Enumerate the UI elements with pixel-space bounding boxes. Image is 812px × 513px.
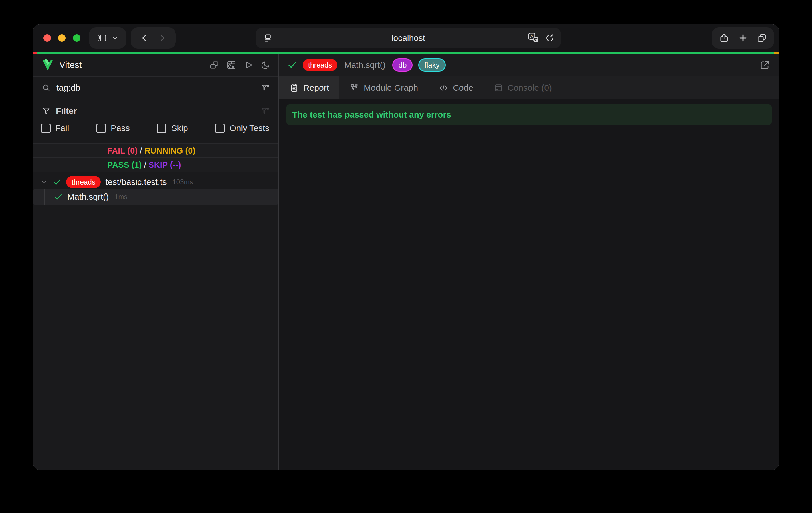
browser-toolbar: localhost A [33, 24, 779, 52]
pass-check-icon [287, 60, 297, 70]
test-detail-panel: threads Math.sqrt() db flaky [279, 54, 779, 470]
svg-text:A: A [530, 34, 533, 39]
test-progress-bar [33, 52, 779, 54]
filter-option-only-tests[interactable]: Only Tests [215, 123, 269, 133]
filter-option-pass[interactable]: Pass [96, 123, 130, 133]
detail-test-name: Math.sqrt() [344, 60, 385, 70]
skip-count: SKIP (--) [149, 160, 181, 170]
reload-icon[interactable] [545, 33, 555, 43]
test-file-row[interactable]: threads test/basic.test.ts 103ms [33, 175, 279, 189]
indent-guide [44, 189, 45, 205]
translate-icon[interactable]: A [528, 32, 539, 44]
chevron-down-icon[interactable] [112, 34, 118, 41]
search-icon [42, 83, 51, 92]
sidebar-toggle-group [89, 27, 126, 49]
tab-module-graph[interactable]: Module Graph [339, 77, 428, 99]
summary-fail-running-row: FAIL (0) / RUNNING (0) [33, 143, 279, 158]
test-case-duration: 1ms [114, 193, 127, 201]
skip-checkbox[interactable] [157, 123, 166, 133]
filter-option-skip[interactable]: Skip [157, 123, 188, 133]
funnel-icon [42, 107, 51, 116]
filter-option-fail[interactable]: Fail [41, 123, 69, 133]
tag-db: db [392, 58, 412, 72]
clear-filters-icon[interactable] [261, 107, 270, 116]
tab-code-label: Code [453, 83, 473, 93]
pass-check-icon [53, 177, 62, 187]
zoom-window-button[interactable] [73, 34, 81, 42]
progress-pass-segment [36, 52, 774, 54]
test-case-name: Math.sqrt() [67, 192, 109, 202]
pass-banner: The test has passed without any errors [286, 105, 772, 125]
only-tests-checkbox[interactable] [215, 123, 225, 133]
search-row [33, 77, 279, 99]
pass-checkbox[interactable] [96, 123, 106, 133]
traffic-lights [44, 24, 81, 52]
url-text: localhost [256, 33, 561, 43]
tab-console-label: Console (0) [508, 83, 552, 93]
address-bar[interactable]: localhost A [256, 28, 561, 48]
pass-check-icon [54, 192, 63, 201]
fail-count: FAIL (0) [107, 146, 138, 155]
tab-console[interactable]: Console (0) [484, 77, 562, 99]
toolbar-right-group [712, 27, 774, 49]
detail-header: threads Math.sqrt() db flaky [279, 54, 779, 77]
test-explorer-panel: Vitest [33, 54, 279, 470]
collapse-tests-icon[interactable] [209, 60, 219, 70]
close-window-button[interactable] [44, 34, 51, 42]
pass-count: PASS (1) [107, 160, 142, 170]
minimize-window-button[interactable] [58, 34, 66, 42]
dark-mode-icon[interactable] [261, 60, 270, 70]
progress-pending-segment [774, 52, 779, 54]
dashboard-icon[interactable] [227, 60, 236, 70]
test-case-row[interactable]: Math.sqrt() 1ms [33, 189, 279, 205]
filter-options-row: Fail Pass Skip Only Tests [33, 119, 279, 138]
only-tests-label: Only Tests [229, 123, 269, 133]
tag-flaky: flaky [418, 58, 445, 72]
skip-label: Skip [171, 123, 188, 133]
clipboard-icon [290, 83, 299, 92]
filter-section-header: Filter [33, 103, 279, 119]
pool-badge: threads [66, 176, 101, 188]
vitest-header: Vitest [33, 54, 279, 77]
tab-report[interactable]: Report [279, 77, 339, 99]
progress-fail-segment [33, 52, 36, 54]
open-in-editor-icon[interactable] [759, 60, 770, 70]
node-graph-icon [349, 83, 359, 93]
test-file-name: test/basic.test.ts [105, 177, 167, 187]
browser-window: localhost A [33, 24, 779, 470]
sidebar-toggle-icon[interactable] [97, 33, 107, 43]
expand-chevron-icon[interactable] [40, 178, 48, 186]
vitest-logo [41, 58, 54, 72]
console-window-icon [494, 83, 503, 92]
forward-button[interactable] [157, 33, 167, 42]
running-count: RUNNING (0) [144, 146, 196, 155]
test-tree: threads test/basic.test.ts 103ms Math.sq… [33, 175, 279, 205]
summary-pass-skip-row: PASS (1) / SKIP (--) [33, 158, 279, 172]
new-tab-icon[interactable] [738, 33, 748, 43]
app-title: Vitest [59, 60, 82, 70]
pool-badge: threads [303, 59, 337, 71]
tab-code[interactable]: Code [428, 77, 484, 99]
clear-search-filter-icon[interactable] [261, 83, 270, 92]
nav-buttons-group [131, 27, 176, 49]
share-icon[interactable] [719, 33, 729, 43]
detail-tabs: Report Module Graph [279, 77, 779, 99]
fail-label: Fail [55, 123, 69, 133]
test-file-duration: 103ms [172, 178, 193, 186]
search-input[interactable] [56, 83, 256, 93]
run-all-icon[interactable] [244, 60, 253, 70]
tab-overview-icon[interactable] [757, 33, 767, 43]
fail-checkbox[interactable] [41, 123, 51, 133]
nav-separator [153, 32, 153, 44]
filter-label: Filter [56, 106, 77, 116]
pass-label: Pass [111, 123, 130, 133]
report-content: The test has passed without any errors [279, 99, 779, 470]
tab-module-graph-label: Module Graph [364, 83, 418, 93]
tab-report-label: Report [303, 83, 329, 93]
back-button[interactable] [140, 33, 149, 42]
run-summary: FAIL (0) / RUNNING (0) PASS (1) / SKIP (… [33, 143, 279, 172]
code-brackets-icon [438, 83, 448, 93]
pass-banner-text: The test has passed without any errors [292, 110, 451, 119]
